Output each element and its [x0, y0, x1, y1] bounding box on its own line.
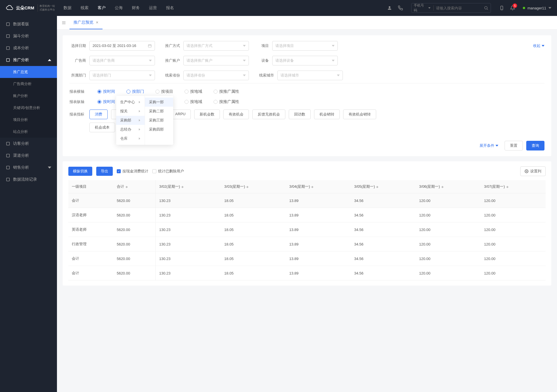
nav-item-6[interactable]: 报名 — [166, 5, 174, 11]
nav-item-4[interactable]: 财务 — [132, 5, 140, 11]
radio-icon — [97, 90, 101, 94]
radio-x-axis-opts-3[interactable]: 按地域 — [185, 89, 202, 94]
sidebar-item-0[interactable]: 数据看版 — [0, 18, 57, 30]
expand-conditions-link[interactable]: 展开条件 — [480, 143, 498, 148]
query-button[interactable]: 查询 — [526, 141, 544, 150]
radio-y-axis-opts-3[interactable]: 按地域 — [185, 99, 202, 104]
tab-promo-overview[interactable]: 推广总预览 ✕ — [69, 16, 103, 29]
cascader-l1-1[interactable]: 报关 — [116, 107, 145, 116]
search-input[interactable] — [436, 6, 484, 10]
table-row[interactable]: 英语老师5620.00130.2318.0513.8934.56120.0012… — [68, 222, 546, 237]
sidebar-sub-3-4[interactable]: 项目分析 — [0, 114, 57, 126]
sidebar-item-5[interactable]: 渠道分析 — [0, 150, 57, 162]
account-select[interactable]: 请选择推广账户 — [183, 56, 249, 65]
dept-select[interactable]: 请选择部门 — [89, 71, 155, 80]
close-icon[interactable]: ✕ — [96, 20, 99, 24]
cascader-l1-4[interactable]: 仓库 — [116, 134, 145, 143]
metric-r2-0[interactable]: 机会成本 — [89, 123, 115, 132]
radio-icon — [214, 90, 218, 94]
column-settings-button[interactable]: 设置列 — [520, 166, 546, 176]
nav-item-1[interactable]: 线索 — [81, 5, 89, 11]
switch-button[interactable]: 横纵切换 — [68, 167, 92, 176]
cascader-l2-2[interactable]: 采购三部 — [145, 116, 173, 125]
col-3[interactable]: 3/03(星期一) ◆ — [221, 180, 286, 193]
metric-7[interactable]: 反馈无效机会 — [252, 110, 285, 119]
bell-icon[interactable]: 5 — [510, 5, 515, 11]
nav-item-3[interactable]: 公海 — [115, 5, 123, 11]
table-row[interactable]: 会计5620.00130.2318.0513.8934.56120.00120.… — [68, 193, 546, 208]
search-icon[interactable] — [484, 6, 488, 10]
nav-item-2[interactable]: 客户 — [98, 5, 106, 11]
cascader-l2-1[interactable]: 采购二部 — [145, 107, 173, 116]
cascader-l1-3[interactable]: 总经办 — [116, 125, 145, 134]
radio-y-axis-opts-4[interactable]: 按推广属性 — [214, 99, 239, 104]
advertiser-select[interactable]: 请选择广告商 — [89, 56, 155, 65]
sidebar-item-1[interactable]: 漏斗分析 — [0, 30, 57, 42]
sidebar-item-4[interactable]: 访客分析 — [0, 138, 57, 150]
sidebar-sub-3-5[interactable]: 站点分析 — [0, 126, 57, 138]
metric-8[interactable]: 回访数 — [289, 110, 311, 119]
cascader-l2-0[interactable]: 采购一部 — [145, 98, 173, 107]
col-7[interactable]: 3/07(星期一) ◆ — [481, 180, 546, 193]
sidebar-sub-3-0[interactable]: 推广总览 — [0, 66, 57, 78]
col-0[interactable]: 一级项目 — [68, 180, 113, 193]
mobile-icon[interactable] — [499, 5, 505, 11]
user-icon[interactable] — [387, 5, 392, 11]
search-type-select[interactable]: 手机号码 — [414, 3, 436, 13]
radio-y-axis-opts-0[interactable]: 按时间 — [97, 99, 115, 104]
sidebar-sub-3-1[interactable]: 广告商分析 — [0, 78, 57, 90]
radio-x-axis-opts-4[interactable]: 按推广属性 — [214, 89, 239, 94]
sidebar-sub-3-2[interactable]: 账户分析 — [0, 90, 57, 102]
radio-x-axis-opts-2[interactable]: 按项目 — [155, 89, 173, 94]
collapse-filters-link[interactable]: 收起 — [533, 43, 544, 48]
phone-icon[interactable] — [398, 5, 403, 11]
sidebar-item-3[interactable]: 推广分析 — [0, 54, 57, 66]
device-select[interactable]: 请选择设备 — [272, 56, 338, 65]
city-select[interactable]: 请选择城市 — [277, 71, 343, 80]
table-row[interactable]: 会计5620.00130.2318.0513.8934.56120.00120.… — [68, 266, 546, 280]
export-button[interactable]: 导出 — [96, 167, 113, 176]
cascader-l1-0[interactable]: 生产中心 — [116, 98, 145, 107]
metric-10[interactable]: 有效机会销转 — [343, 110, 376, 119]
dept-cascader[interactable]: 生产中心报关采购部总经办仓库采购一部采购二部采购三部采购四部 — [116, 96, 173, 145]
reset-button[interactable]: 重置 — [505, 141, 523, 150]
radio-x-axis-opts-0[interactable]: 按时间 — [97, 89, 115, 94]
col-2[interactable]: 3/02(星期一) ◆ — [156, 180, 221, 193]
cascader-l2-3[interactable]: 采购四部 — [145, 125, 173, 134]
svg-rect-6 — [7, 47, 10, 50]
cash-stat-checkbox[interactable]: ✓ 按现金消费统计 — [117, 169, 148, 174]
deleted-stat-checkbox[interactable]: 统计已删除用户 — [152, 169, 184, 174]
sidebar-sub-3-3[interactable]: 关键词/创意分析 — [0, 102, 57, 114]
user-menu[interactable]: manager11 — [523, 6, 551, 10]
table-row[interactable]: 会计5620.00130.2318.0513.8934.56120.00120.… — [68, 251, 546, 266]
project-select[interactable]: 请选择项目 — [272, 41, 338, 51]
collapse-sidebar-icon[interactable] — [60, 19, 67, 26]
col-1[interactable]: 合计 ◆ — [113, 180, 156, 193]
metric-6[interactable]: 有效机会 — [223, 110, 249, 119]
svg-point-0 — [389, 6, 390, 8]
search-box[interactable]: 手机号码 — [411, 3, 491, 13]
sort-icon: ◆ — [376, 185, 379, 188]
province-select[interactable]: 请选择省份 — [183, 71, 249, 80]
project-label: 项目 — [257, 43, 269, 48]
metric-0[interactable]: 消费 — [89, 110, 108, 119]
col-6[interactable]: 3/06(星期一) ◆ — [416, 180, 481, 193]
date-range-picker[interactable]: 2021-03-02 至 2021-03-16 — [89, 41, 155, 51]
col-5[interactable]: 3/05(星期一) ◆ — [351, 180, 416, 193]
method-select[interactable]: 请选择推广方式 — [183, 41, 249, 51]
chart-icon — [6, 58, 10, 62]
logo[interactable]: 云朵CRM 教育机构一站 式服务云平台 — [6, 4, 55, 12]
sidebar-item-7[interactable]: 数据流转记录 — [0, 174, 57, 185]
radio-x-axis-opts-1[interactable]: 按部门 — [126, 89, 144, 94]
nav-item-0[interactable]: 数据 — [64, 5, 71, 11]
col-4[interactable]: 3/04(星期一) ◆ — [286, 180, 351, 193]
metric-9[interactable]: 机会销转 — [314, 110, 340, 119]
table-row[interactable]: 行政管理5620.00130.2318.0513.8934.56120.0012… — [68, 237, 546, 251]
sidebar-item-6[interactable]: 销售分析 — [0, 162, 57, 174]
sidebar-item-2[interactable]: 成本分析 — [0, 42, 57, 54]
top-nav: 云朵CRM 教育机构一站 式服务云平台 数据线索客户公海财务运营报名 手机号码 … — [0, 0, 557, 16]
metric-5[interactable]: 新机会数 — [194, 110, 220, 119]
nav-item-5[interactable]: 运营 — [149, 5, 157, 11]
table-row[interactable]: 汉语老师5620.00130.2318.0513.8934.56120.0012… — [68, 208, 546, 222]
cascader-l1-2[interactable]: 采购部 — [116, 116, 145, 125]
